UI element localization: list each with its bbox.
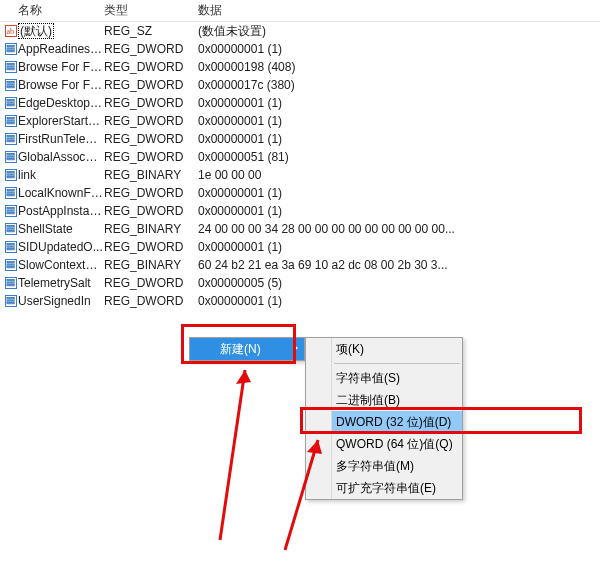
svg-rect-116 bbox=[9, 195, 10, 196]
svg-rect-194 bbox=[9, 303, 10, 304]
svg-rect-136 bbox=[13, 226, 14, 227]
svg-rect-129 bbox=[9, 213, 10, 214]
value-name: UserSignedIn bbox=[18, 294, 104, 308]
value-data: 1e 00 00 00 bbox=[198, 168, 600, 182]
svg-rect-59 bbox=[7, 120, 8, 121]
svg-rect-91 bbox=[11, 159, 12, 160]
svg-rect-159 bbox=[7, 262, 8, 263]
table-row[interactable]: ShellStateREG_BINARY24 00 00 00 34 28 00… bbox=[0, 220, 600, 238]
svg-rect-118 bbox=[13, 195, 14, 196]
svg-rect-172 bbox=[7, 280, 8, 281]
svg-rect-149 bbox=[13, 244, 14, 245]
value-name: LocalKnownFol... bbox=[18, 186, 104, 200]
svg-rect-83 bbox=[11, 154, 12, 155]
svg-rect-36 bbox=[13, 84, 14, 85]
table-row[interactable]: GlobalAssocCh...REG_DWORD0x00000051 (81) bbox=[0, 148, 600, 166]
table-row[interactable]: Browse For Fol...REG_DWORD0x0000017c (38… bbox=[0, 76, 600, 94]
svg-rect-81 bbox=[7, 154, 8, 155]
svg-rect-192 bbox=[13, 300, 14, 301]
svg-rect-124 bbox=[7, 210, 8, 211]
table-row[interactable]: LocalKnownFol...REG_DWORD0x00000001 (1) bbox=[0, 184, 600, 202]
reg-binary-icon bbox=[4, 79, 18, 91]
svg-rect-173 bbox=[9, 280, 10, 281]
svg-rect-39 bbox=[11, 87, 12, 88]
svg-rect-107 bbox=[7, 190, 8, 191]
svg-rect-73 bbox=[9, 138, 10, 139]
value-type: REG_DWORD bbox=[104, 78, 198, 92]
svg-rect-166 bbox=[13, 264, 14, 265]
reg-binary-icon bbox=[4, 43, 18, 55]
svg-rect-94 bbox=[7, 172, 8, 173]
header-data[interactable]: 数据 bbox=[198, 2, 600, 19]
table-row[interactable]: SIDUpdatedO...REG_DWORD0x00000001 (1) bbox=[0, 238, 600, 256]
svg-rect-12 bbox=[9, 51, 10, 52]
table-row[interactable]: ExplorerStartu...REG_DWORD0x00000001 (1) bbox=[0, 112, 600, 130]
svg-rect-68 bbox=[7, 136, 8, 137]
table-row[interactable]: EdgeDesktopS...REG_DWORD0x00000001 (1) bbox=[0, 94, 600, 112]
value-type: REG_BINARY bbox=[104, 168, 198, 182]
svg-rect-170 bbox=[13, 267, 14, 268]
svg-rect-25 bbox=[9, 69, 10, 70]
table-row[interactable]: TelemetrySaltREG_DWORD0x00000005 (5) bbox=[0, 274, 600, 292]
svg-rect-95 bbox=[9, 172, 10, 173]
svg-rect-16 bbox=[7, 64, 8, 65]
value-data: 0x00000001 (1) bbox=[198, 96, 600, 110]
table-row[interactable]: UserSignedInREG_DWORD0x00000001 (1) bbox=[0, 292, 600, 310]
svg-rect-19 bbox=[13, 64, 14, 65]
header-name[interactable]: 名称 bbox=[4, 2, 104, 19]
table-row[interactable]: SlowContextM...REG_BINARY60 24 b2 21 ea … bbox=[0, 256, 600, 274]
value-name: Browse For Fol... bbox=[18, 78, 104, 92]
table-row[interactable]: FirstRunTelem...REG_DWORD0x00000001 (1) bbox=[0, 130, 600, 148]
value-name: SlowContextM... bbox=[18, 258, 104, 272]
table-row[interactable]: linkREG_BINARY1e 00 00 00 bbox=[0, 166, 600, 184]
context-menu-new-submenu: 项(K) 字符串值(S) 二进制值(B) DWORD (32 位)值(D) QW… bbox=[305, 337, 463, 500]
header-type[interactable]: 类型 bbox=[104, 2, 198, 19]
svg-rect-42 bbox=[7, 100, 8, 101]
svg-rect-21 bbox=[9, 66, 10, 67]
svg-rect-111 bbox=[7, 192, 8, 193]
svg-rect-97 bbox=[13, 172, 14, 173]
svg-rect-115 bbox=[7, 195, 8, 196]
value-type: REG_BINARY bbox=[104, 222, 198, 236]
value-type: REG_DWORD bbox=[104, 96, 198, 110]
svg-rect-40 bbox=[13, 87, 14, 88]
svg-rect-22 bbox=[11, 66, 12, 67]
value-data: 60 24 b2 21 ea 3a 69 10 a2 dc 08 00 2b 3… bbox=[198, 258, 600, 272]
svg-rect-8 bbox=[9, 48, 10, 49]
table-row[interactable]: ab(默认)REG_SZ(数值未设置) bbox=[0, 22, 600, 40]
annotation-arrow-icon bbox=[160, 360, 280, 560]
value-name: ExplorerStartu... bbox=[18, 114, 104, 128]
table-row[interactable]: Browse For Fol...REG_DWORD0x00000198 (40… bbox=[0, 58, 600, 76]
reg-binary-icon bbox=[4, 277, 18, 289]
table-row[interactable]: PostAppInstall...REG_DWORD0x00000001 (1) bbox=[0, 202, 600, 220]
svg-rect-157 bbox=[13, 249, 14, 250]
svg-rect-38 bbox=[9, 87, 10, 88]
svg-rect-179 bbox=[13, 282, 14, 283]
svg-rect-164 bbox=[9, 264, 10, 265]
svg-rect-99 bbox=[9, 174, 10, 175]
svg-rect-155 bbox=[9, 249, 10, 250]
value-type: REG_DWORD bbox=[104, 132, 198, 146]
svg-line-197 bbox=[220, 370, 245, 540]
svg-rect-135 bbox=[11, 226, 12, 227]
value-data: 0x00000001 (1) bbox=[198, 204, 600, 218]
menu-item-new[interactable]: 新建(N) bbox=[190, 338, 304, 360]
svg-rect-189 bbox=[7, 300, 8, 301]
value-data: 0x00000001 (1) bbox=[198, 42, 600, 56]
svg-rect-143 bbox=[11, 231, 12, 232]
value-type: REG_DWORD bbox=[104, 240, 198, 254]
svg-rect-131 bbox=[13, 213, 14, 214]
svg-rect-134 bbox=[9, 226, 10, 227]
svg-rect-23 bbox=[13, 66, 14, 67]
value-name: PostAppInstall... bbox=[18, 204, 104, 218]
svg-rect-133 bbox=[7, 226, 8, 227]
svg-rect-5 bbox=[11, 46, 12, 47]
menu-item-label: 可扩充字符串值(E) bbox=[336, 480, 436, 497]
table-row[interactable]: AppReadiness...REG_DWORD0x00000001 (1) bbox=[0, 40, 600, 58]
svg-rect-50 bbox=[7, 105, 8, 106]
value-type: REG_BINARY bbox=[104, 258, 198, 272]
svg-rect-144 bbox=[13, 231, 14, 232]
value-name: FirstRunTelem... bbox=[18, 132, 104, 146]
svg-rect-17 bbox=[9, 64, 10, 65]
svg-rect-84 bbox=[13, 154, 14, 155]
